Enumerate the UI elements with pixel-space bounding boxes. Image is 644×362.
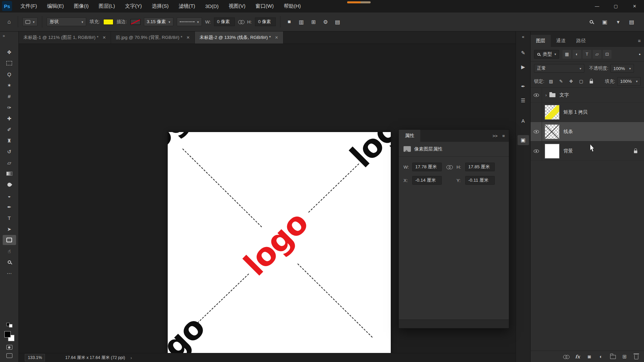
zoom-level-field[interactable]: 133.1% [25,354,45,361]
tab-close-icon[interactable]: ✕ [103,35,106,40]
menu-view[interactable]: 视图(V) [224,0,251,12]
document-tab[interactable]: 前.jpg @ 70.9% (背景, RGB/8#) * ✕ [111,32,195,44]
lasso-tool[interactable]: Ǫ [3,69,16,79]
screen-mode-button[interactable] [6,353,12,358]
foreground-color-swatch[interactable] [4,331,11,338]
hand-tool[interactable]: ☝ [3,246,16,256]
shape-height-field[interactable]: 0 像素 [255,17,276,26]
fill-color-swatch[interactable] [103,19,113,25]
path-arrange-icon[interactable]: ⊞ [309,17,318,26]
new-layer-icon[interactable]: ⊞ [620,353,629,361]
prop-h-field[interactable]: 17.85 厘米 [465,163,495,171]
layers-panel-menu-icon[interactable]: ≡ [638,35,644,47]
opacity-select[interactable]: 100% ▾ [610,64,634,73]
lock-transparency-icon[interactable]: ▨ [547,78,555,85]
layer-visibility-toggle[interactable] [531,122,542,141]
clone-stamp-tool[interactable]: ♜ [3,135,16,145]
add-mask-icon[interactable]: ◙ [585,353,594,361]
expand-toolbar-icon[interactable]: » [0,34,5,38]
adjustment-layer-icon[interactable]: ◐ [597,353,605,361]
path-operations-icon[interactable]: ■ [285,17,293,26]
home-icon[interactable]: ⌂ [5,17,13,26]
workspace-chevron-icon[interactable]: ▾ [614,17,623,26]
filter-adjustment-layers-icon[interactable]: ◐ [573,50,581,59]
tab-layers[interactable]: 图层 [531,35,551,47]
lock-pixels-icon[interactable]: ✎ [557,78,565,85]
menu-select[interactable]: 选择(S) [147,0,174,12]
close-button[interactable]: ✕ [625,0,644,12]
stroke-width-select[interactable]: 3.15 像素 ▾ [144,17,173,26]
menu-file[interactable]: 文件(F) [15,0,42,12]
crop-tool[interactable]: # [3,91,16,101]
shape-settings-gear-icon[interactable]: ⚙ [321,17,330,26]
dodge-tool[interactable]: ◒ [3,191,16,201]
document-tab[interactable]: 未标题-1 @ 121% (图层 1, RGB/8#) * ✕ [19,32,111,44]
layer-visibility-toggle[interactable] [531,88,542,102]
tab-paths[interactable]: 路径 [571,35,591,47]
fill-select[interactable]: 100% ▾ [617,77,641,86]
type-tool[interactable]: T [3,213,16,223]
lock-artboard-icon[interactable]: ▢ [577,78,585,85]
panel-menu-icon[interactable]: ≡ [502,133,505,138]
stroke-color-swatch[interactable] [130,19,141,25]
layer-name[interactable]: 背景 [564,148,573,154]
search-icon[interactable] [587,17,596,26]
menu-edit[interactable]: 编辑(E) [42,0,69,12]
layer-thumbnail[interactable] [545,105,559,120]
tab-close-icon[interactable]: ✕ [275,35,278,40]
history-brush-tool[interactable]: ↺ [3,146,16,157]
layer-filter-toggle[interactable]: ● [639,53,641,56]
new-group-icon[interactable] [608,353,617,361]
adjustments-panel-icon[interactable]: ☰ [518,96,529,106]
shape-width-field[interactable]: 0 像素 [214,17,235,26]
zoom-tool[interactable] [3,257,16,267]
spot-healing-tool[interactable]: ✚ [3,113,16,123]
menu-window[interactable]: 窗口(W) [251,0,279,12]
group-expander-icon[interactable]: › [543,93,549,98]
link-wh-icon[interactable] [446,165,452,169]
tool-preset-picker[interactable]: ▾ [22,17,38,26]
quick-selection-tool[interactable]: ✶ [3,80,16,90]
delete-layer-icon[interactable] [632,353,641,361]
menu-type[interactable]: 文字(Y) [120,0,147,12]
properties-panel-icon[interactable]: ▣ [518,135,529,145]
prop-y-field[interactable]: -0.11 厘米 [465,176,495,185]
gradient-tool[interactable] [3,169,16,179]
layer-visibility-toggle[interactable] [531,141,542,161]
tab-channels[interactable]: 通道 [551,35,571,47]
lock-all-icon[interactable] [587,78,595,85]
brush-settings-panel-icon[interactable]: ✎ [518,48,529,58]
link-dimensions-icon[interactable] [238,20,244,23]
marquee-tool[interactable] [3,58,16,68]
layer-visibility-toggle[interactable] [531,103,542,122]
layer-row[interactable]: › 文字 [531,88,644,103]
tab-close-icon[interactable]: ✕ [186,35,190,40]
workspace-icon[interactable]: ▣ [600,17,609,26]
layer-thumbnail[interactable] [545,144,559,159]
layer-row[interactable]: › 矩形 1 拷贝 [531,103,644,122]
brush-tool[interactable]: ✐ [3,124,16,134]
edit-toolbar-icon[interactable]: ⋯ [3,268,16,278]
restore-button[interactable]: ▢ [606,0,625,12]
collapse-panel-icon[interactable]: >> [492,133,497,138]
layer-row[interactable]: › 背景 [531,141,644,161]
status-options-chevron-icon[interactable]: › [130,355,132,360]
blend-mode-select[interactable]: 正常 ▾ [534,64,584,73]
filter-shape-layers-icon[interactable]: ▱ [593,50,601,59]
constraint-options-icon[interactable]: ▤ [333,17,342,26]
layout-icon[interactable]: ▤ [627,17,636,26]
document-canvas[interactable]: logo logo logo logo logo [168,132,391,356]
layer-name[interactable]: 线条 [564,129,573,135]
layer-filter-type-select[interactable]: 类型 ▾ [534,50,559,59]
character-panel-icon[interactable]: A [518,116,529,126]
properties-tab[interactable]: 属性 [399,130,420,142]
path-align-icon[interactable]: ▥ [297,17,306,26]
layer-thumbnail[interactable] [545,124,559,139]
layer-name[interactable]: 文字 [559,92,569,98]
link-layers-icon[interactable] [561,353,570,361]
paragraph-panel-icon[interactable]: ✒ [518,81,529,92]
menu-help[interactable]: 帮助(H) [279,0,306,12]
stroke-style-select[interactable]: ▾ [177,17,202,26]
move-tool[interactable]: ✥ [3,47,16,57]
prop-x-field[interactable]: -0.14 厘米 [412,176,442,185]
